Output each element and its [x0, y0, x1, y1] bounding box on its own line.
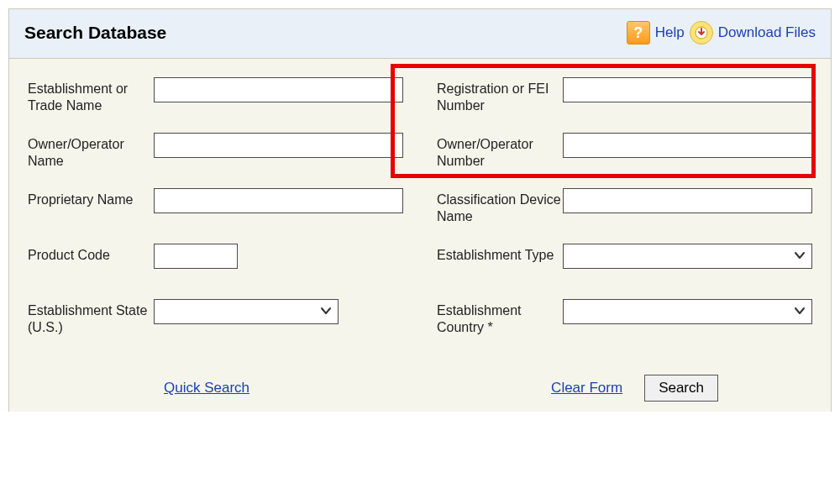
row-establishment-country: Establishment Country *: [437, 299, 812, 336]
label-establishment-name: Establishment or Trade Name: [28, 77, 154, 114]
form-area: Establishment or Trade Name Owner/Operat…: [9, 59, 831, 412]
label-establishment-state: Establishment State (U.S.): [28, 299, 154, 336]
row-product-code: Product Code: [28, 244, 403, 281]
row-establishment-type: Establishment Type: [437, 244, 812, 281]
quick-search-link[interactable]: Quick Search: [164, 380, 249, 396]
label-establishment-country: Establishment Country *: [437, 299, 563, 336]
input-owner-operator-name[interactable]: [154, 133, 403, 158]
select-establishment-state[interactable]: [154, 299, 339, 324]
row-registration-fei-number: Registration or FEI Number: [437, 77, 812, 114]
left-column: Establishment or Trade Name Owner/Operat…: [28, 77, 403, 354]
label-registration-fei-number: Registration or FEI Number: [437, 77, 563, 114]
label-establishment-type: Establishment Type: [437, 244, 563, 264]
label-proprietary-name: Proprietary Name: [28, 188, 154, 208]
select-establishment-country[interactable]: [563, 299, 812, 324]
form-columns: Establishment or Trade Name Owner/Operat…: [28, 77, 812, 354]
input-owner-operator-number[interactable]: [563, 133, 812, 158]
right-column: Registration or FEI Number Owner/Operato…: [437, 77, 812, 354]
help-icon[interactable]: ?: [627, 21, 650, 45]
row-establishment-name: Establishment or Trade Name: [28, 77, 403, 114]
panel-header: Search Database ? Help Download Files: [9, 9, 831, 59]
actions-row: Quick Search Clear Form Search: [28, 375, 812, 403]
input-proprietary-name[interactable]: [154, 188, 403, 213]
search-button[interactable]: Search: [644, 375, 718, 402]
page-title: Search Database: [24, 23, 166, 43]
row-classification-device-name: Classification Device Name: [437, 188, 812, 225]
input-registration-fei-number[interactable]: [563, 77, 812, 102]
row-establishment-state: Establishment State (U.S.): [28, 299, 403, 336]
input-classification-device-name[interactable]: [563, 188, 812, 213]
row-owner-operator-number: Owner/Operator Number: [437, 133, 812, 170]
row-proprietary-name: Proprietary Name: [28, 188, 403, 225]
label-classification-device-name: Classification Device Name: [437, 188, 563, 225]
label-product-code: Product Code: [28, 244, 154, 264]
input-product-code[interactable]: [154, 244, 238, 269]
clear-form-link[interactable]: Clear Form: [551, 380, 622, 396]
label-owner-operator-number: Owner/Operator Number: [437, 133, 563, 170]
help-link[interactable]: Help: [655, 24, 685, 41]
download-icon[interactable]: [690, 21, 713, 45]
row-owner-operator-name: Owner/Operator Name: [28, 133, 403, 170]
label-owner-operator-name: Owner/Operator Name: [28, 133, 154, 170]
search-database-panel: Search Database ? Help Download Files Es…: [8, 8, 832, 412]
download-files-link[interactable]: Download Files: [718, 24, 816, 41]
select-establishment-type[interactable]: [563, 244, 812, 269]
input-establishment-name[interactable]: [154, 77, 403, 102]
header-actions: ? Help Download Files: [627, 21, 816, 45]
